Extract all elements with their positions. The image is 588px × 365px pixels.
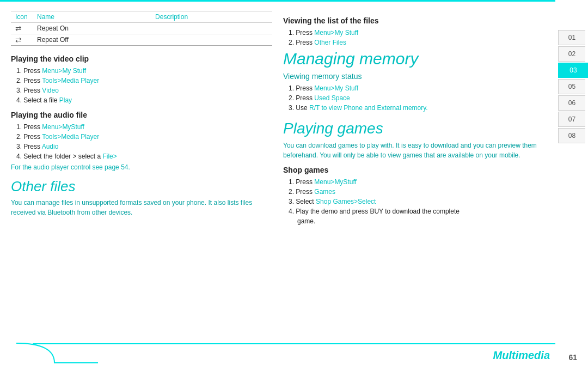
shop-games-steps: 1. Press Menu>MyStuff 2. Press Games 3. … [283, 177, 553, 226]
list-item: 2. Press Tools>Media Player [16, 132, 272, 142]
list-item: 1. Press Menu>MyStuff [16, 122, 272, 132]
col-description: Description [151, 11, 272, 23]
icon-cell: ⇄ [11, 23, 33, 34]
video-clip-heading: Playing the video clip [11, 54, 272, 63]
list-item: 3. Press Audio [16, 142, 272, 151]
desc-cell [151, 23, 272, 34]
tab-07[interactable]: 07 [558, 112, 585, 127]
shop-games-heading: Shop games [283, 166, 553, 174]
viewing-files-heading: Viewing the list of the files [283, 16, 553, 25]
list-item: 3. Press Video [16, 86, 272, 95]
list-item: 1. Press Menu>My Stuff [289, 83, 553, 93]
page-number: 61 [568, 353, 577, 362]
list-item: 3. Select Shop Games>Select [289, 197, 553, 206]
table-row: ⇄ Repeat Off [11, 34, 272, 46]
main-content: Icon Name Description ⇄ Repeat On ⇄ Repe… [11, 8, 553, 340]
list-item: 3. Use R/T to view Phone and External me… [289, 103, 553, 113]
multimedia-label: Multimedia [493, 349, 550, 362]
list-item: 2. Press Used Space [289, 93, 553, 103]
tab-02[interactable]: 02 [558, 46, 585, 62]
list-item: 2. Press Games [289, 187, 553, 197]
tab-01[interactable]: 01 [558, 30, 585, 45]
list-item: 2. Press Other Files [289, 38, 553, 47]
sidebar-tabs: 01 02 03 05 06 07 08 [558, 30, 588, 143]
audio-file-steps: 1. Press Menu>MyStuff 2. Press Tools>Med… [11, 122, 272, 161]
icon-table: Icon Name Description ⇄ Repeat On ⇄ Repe… [11, 11, 272, 46]
tab-06[interactable]: 06 [558, 95, 585, 111]
list-item: 2. Press Tools>Media Player [16, 76, 272, 86]
name-cell: Repeat Off [33, 34, 151, 46]
audio-file-heading: Playing the audio file [11, 111, 272, 119]
viewing-memory-subheading: Viewing memory status [283, 72, 553, 81]
list-item: 1. Press Menu>My Stuff [16, 66, 272, 76]
list-item: 4. Select the folder > select a File> [16, 151, 272, 161]
memory-steps: 1. Press Menu>My Stuff 2. Press Used Spa… [283, 83, 553, 113]
tab-05[interactable]: 05 [558, 79, 585, 94]
playing-games-heading: Playing games [283, 120, 553, 137]
video-clip-steps: 1. Press Menu>My Stuff 2. Press Tools>Me… [11, 66, 272, 105]
col-icon: Icon [11, 11, 33, 23]
other-files-body: You can manage files in unsupported form… [11, 198, 272, 217]
right-column: Viewing the list of the files 1. Press M… [283, 8, 553, 340]
list-item: 4. Select a file Play [16, 95, 272, 105]
table-row: ⇄ Repeat On [11, 23, 272, 34]
desc-cell [151, 34, 272, 46]
list-item: 4. Play the demo and press BUY to downlo… [289, 206, 553, 216]
left-column: Icon Name Description ⇄ Repeat On ⇄ Repe… [11, 8, 272, 340]
list-item: 1. Press Menu>MyStuff [289, 177, 553, 187]
tab-08[interactable]: 08 [558, 128, 585, 143]
other-files-heading: Other files [11, 179, 272, 194]
list-item: 1. Press Menu>My Stuff [289, 28, 553, 38]
tab-03[interactable]: 03 [558, 63, 588, 78]
name-cell: Repeat On [33, 23, 151, 34]
viewing-files-steps: 1. Press Menu>My Stuff 2. Press Other Fi… [283, 28, 553, 47]
managing-memory-heading: Managing memory [283, 50, 553, 68]
icon-cell: ⇄ [11, 34, 33, 46]
bottom-curve-svg [11, 342, 98, 365]
playing-games-body: You can download games to play with. It … [283, 141, 553, 160]
top-line [0, 0, 555, 2]
audio-note: For the audio player control see page 54… [11, 163, 272, 171]
col-name: Name [33, 11, 151, 23]
list-item: game. [289, 216, 553, 226]
